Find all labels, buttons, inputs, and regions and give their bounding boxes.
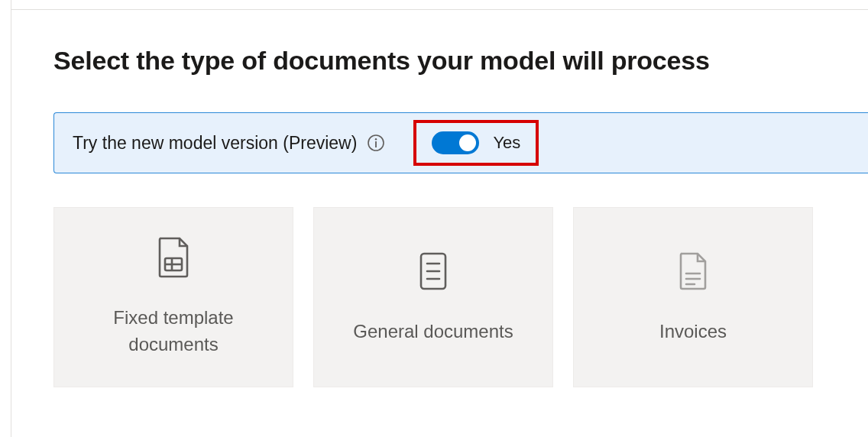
card-fixed-template[interactable]: Fixed template documents: [53, 207, 293, 387]
document-type-cards: Fixed template documents General documen…: [53, 207, 868, 387]
card-invoices[interactable]: Invoices: [573, 207, 813, 387]
page-title: Select the type of documents your model …: [53, 46, 868, 76]
page-grid-icon: [155, 236, 192, 279]
left-divider: [11, 0, 11, 437]
page-invoice-icon: [675, 250, 711, 293]
annotation-highlight: Yes: [413, 120, 539, 166]
page-lines-icon: [415, 250, 452, 293]
svg-point-1: [375, 138, 377, 140]
toggle-knob: [459, 134, 476, 151]
preview-toggle[interactable]: [432, 131, 479, 154]
info-icon[interactable]: [368, 134, 384, 151]
toggle-state-label: Yes: [493, 133, 520, 153]
svg-rect-2: [375, 141, 377, 147]
preview-banner: Try the new model version (Preview) Yes: [53, 112, 868, 173]
card-label: Fixed template documents: [70, 305, 277, 358]
card-general-documents[interactable]: General documents: [313, 207, 553, 387]
top-divider: [11, 9, 868, 10]
preview-label: Try the new model version (Preview): [73, 133, 357, 154]
card-label: Invoices: [659, 319, 727, 345]
card-label: General documents: [353, 319, 513, 345]
